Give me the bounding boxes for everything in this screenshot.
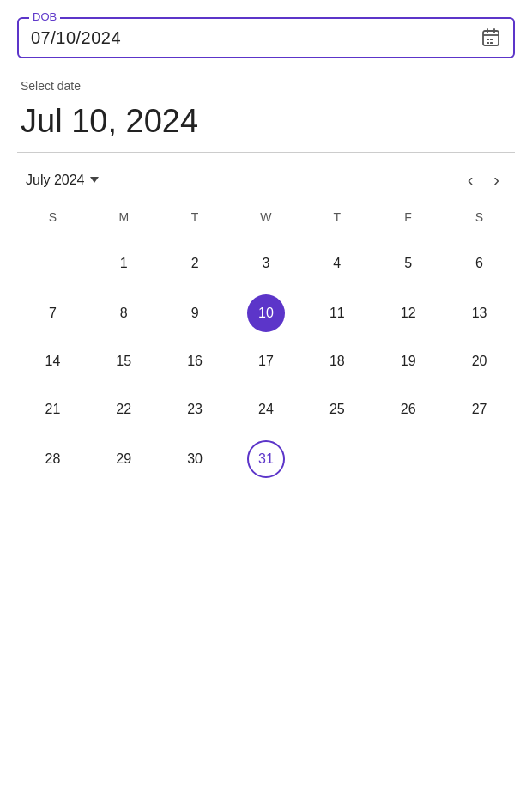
day-number[interactable]: 25 bbox=[318, 390, 356, 428]
calendar-day-cell[interactable]: 3 bbox=[231, 238, 302, 289]
calendar-week-row: 14151617181920 bbox=[17, 337, 515, 385]
day-number[interactable]: 20 bbox=[461, 342, 499, 380]
calendar-day-cell[interactable]: 28 bbox=[17, 433, 88, 485]
day-number[interactable]: 29 bbox=[105, 440, 142, 478]
month-year-label: July 2024 bbox=[26, 173, 85, 188]
calendar-week-row: 21222324252627 bbox=[17, 385, 515, 433]
svg-rect-6 bbox=[487, 42, 489, 44]
day-number[interactable]: 15 bbox=[105, 342, 142, 380]
calendar-grid: SMTWTFS 12345678910111213141516171819202… bbox=[17, 210, 515, 485]
day-number[interactable]: 10 bbox=[247, 294, 285, 332]
svg-rect-7 bbox=[490, 42, 493, 44]
next-month-button[interactable]: › bbox=[487, 166, 506, 193]
day-number[interactable]: 16 bbox=[176, 342, 214, 380]
calendar-day-cell[interactable]: 5 bbox=[372, 238, 444, 289]
day-number[interactable]: 27 bbox=[461, 390, 499, 428]
nav-arrows: ‹ › bbox=[461, 166, 506, 193]
calendar-day-cell[interactable]: 2 bbox=[160, 238, 231, 289]
day-number[interactable]: 11 bbox=[318, 294, 356, 332]
day-number[interactable]: 23 bbox=[176, 390, 214, 428]
day-number[interactable]: 9 bbox=[176, 294, 214, 332]
svg-rect-5 bbox=[490, 39, 493, 40]
calendar-day-cell[interactable]: 8 bbox=[88, 289, 160, 337]
calendar-day-cell bbox=[372, 433, 444, 485]
day-number[interactable]: 18 bbox=[318, 342, 356, 380]
calendar-icon-button[interactable] bbox=[481, 27, 501, 48]
calendar-day-cell[interactable]: 27 bbox=[444, 385, 515, 433]
day-number[interactable]: 1 bbox=[105, 245, 142, 282]
day-number[interactable]: 21 bbox=[33, 390, 71, 428]
calendar-day-cell[interactable]: 16 bbox=[160, 337, 231, 385]
calendar-body: 1234567891011121314151617181920212223242… bbox=[17, 238, 515, 485]
calendar-day-cell[interactable]: 26 bbox=[372, 385, 444, 433]
calendar-day-cell[interactable]: 22 bbox=[88, 385, 160, 433]
calendar-week-row: 123456 bbox=[17, 238, 515, 289]
calendar-day-cell[interactable]: 29 bbox=[88, 433, 160, 485]
calendar-day-cell[interactable]: 24 bbox=[231, 385, 302, 433]
day-empty bbox=[33, 243, 71, 281]
day-number[interactable]: 4 bbox=[318, 245, 356, 282]
calendar-day-cell[interactable]: 4 bbox=[301, 238, 372, 289]
day-number[interactable]: 30 bbox=[176, 440, 214, 478]
day-empty bbox=[318, 439, 356, 476]
divider bbox=[17, 152, 515, 153]
calendar-day-cell[interactable]: 31 bbox=[231, 433, 302, 485]
calendar-day-cell[interactable]: 18 bbox=[301, 337, 372, 385]
day-number[interactable]: 17 bbox=[247, 342, 285, 380]
day-number[interactable]: 3 bbox=[247, 245, 285, 282]
calendar-day-cell[interactable]: 9 bbox=[160, 289, 231, 337]
day-number[interactable]: 26 bbox=[390, 390, 427, 428]
day-empty bbox=[461, 439, 499, 476]
dob-value: 07/10/2024 bbox=[31, 28, 121, 48]
day-number[interactable]: 13 bbox=[461, 294, 499, 332]
calendar-day-cell[interactable]: 25 bbox=[301, 385, 372, 433]
calendar-day-cell[interactable]: 6 bbox=[444, 238, 515, 289]
calendar-day-cell[interactable]: 14 bbox=[17, 337, 88, 385]
calendar-day-cell[interactable]: 19 bbox=[372, 337, 444, 385]
day-number[interactable]: 2 bbox=[176, 245, 214, 282]
calendar-day-cell[interactable]: 13 bbox=[444, 289, 515, 337]
calendar-day-cell[interactable]: 17 bbox=[231, 337, 302, 385]
calendar-day-cell bbox=[301, 433, 372, 485]
prev-month-button[interactable]: ‹ bbox=[461, 166, 481, 193]
day-number[interactable]: 7 bbox=[33, 294, 71, 332]
calendar-day-cell[interactable]: 21 bbox=[17, 385, 88, 433]
weekday-header: F bbox=[372, 210, 444, 238]
day-number[interactable]: 6 bbox=[461, 245, 499, 282]
calendar-day-cell[interactable]: 7 bbox=[17, 289, 88, 337]
calendar-day-cell[interactable]: 30 bbox=[160, 433, 231, 485]
calendar-icon bbox=[481, 27, 501, 48]
day-number[interactable]: 12 bbox=[390, 294, 427, 332]
calendar-week-row: 28293031 bbox=[17, 433, 515, 485]
day-empty bbox=[390, 439, 427, 476]
calendar-day-cell[interactable]: 23 bbox=[160, 385, 231, 433]
calendar-day-cell bbox=[17, 238, 88, 289]
day-number[interactable]: 19 bbox=[390, 342, 427, 380]
calendar-day-cell[interactable]: 10 bbox=[231, 289, 302, 337]
dob-label: DOB bbox=[29, 10, 60, 23]
day-number[interactable]: 14 bbox=[33, 342, 71, 380]
calendar-header: July 2024 ‹ › bbox=[17, 166, 515, 193]
day-number[interactable]: 22 bbox=[105, 390, 142, 428]
weekday-header: W bbox=[231, 210, 302, 238]
weekdays-row: SMTWTFS bbox=[17, 210, 515, 238]
weekday-header: T bbox=[301, 210, 372, 238]
calendar-week-row: 78910111213 bbox=[17, 289, 515, 337]
day-number[interactable]: 31 bbox=[247, 440, 285, 478]
day-number[interactable]: 28 bbox=[33, 440, 71, 478]
weekday-header: S bbox=[17, 210, 88, 238]
day-number[interactable]: 5 bbox=[390, 245, 427, 282]
month-year-dropdown-button[interactable]: July 2024 bbox=[26, 173, 99, 188]
svg-rect-4 bbox=[487, 39, 489, 40]
calendar-day-cell[interactable]: 20 bbox=[444, 337, 515, 385]
day-number[interactable]: 8 bbox=[105, 294, 142, 332]
calendar-day-cell bbox=[444, 433, 515, 485]
select-date-label: Select date bbox=[17, 79, 515, 93]
dob-field: DOB 07/10/2024 bbox=[17, 17, 515, 58]
calendar-day-cell[interactable]: 12 bbox=[372, 289, 444, 337]
calendar-day-cell[interactable]: 1 bbox=[88, 238, 160, 289]
calendar-day-cell[interactable]: 11 bbox=[301, 289, 372, 337]
weekday-header: M bbox=[88, 210, 160, 238]
calendar-day-cell[interactable]: 15 bbox=[88, 337, 160, 385]
day-number[interactable]: 24 bbox=[247, 390, 285, 428]
